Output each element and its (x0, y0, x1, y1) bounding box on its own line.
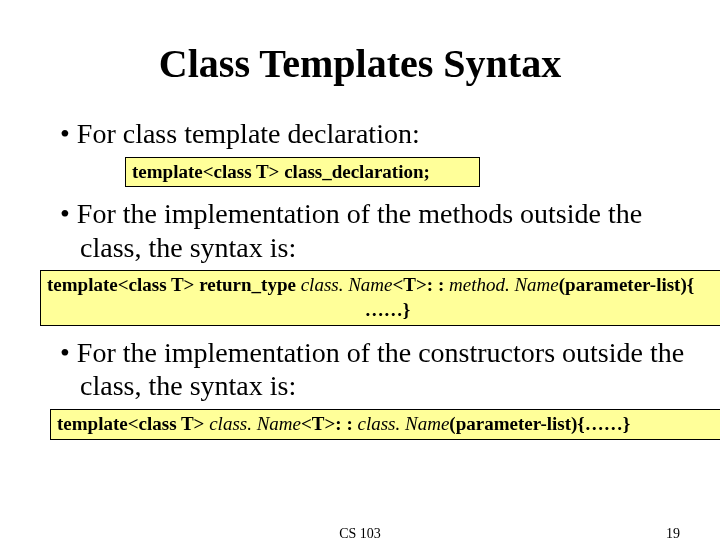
code-3-prefix: template<class T> (57, 413, 209, 434)
code-2-classname: class. Name (301, 274, 393, 295)
bullet-3: For the implementation of the constructo… (60, 336, 690, 403)
code-box-1: template<class T> class_declaration; (125, 157, 480, 188)
footer-page-number: 19 (666, 526, 680, 540)
code-2-mid1: <T>: : (393, 274, 449, 295)
code-2-prefix: template<class T> return_type (47, 274, 301, 295)
bullet-2: For the implementation of the methods ou… (60, 197, 690, 264)
slide-title: Class Templates Syntax (30, 40, 690, 87)
code-2-mid2: (parameter-list){ (559, 274, 695, 295)
code-3-mid1: <T>: : (301, 413, 357, 434)
footer-course: CS 103 (339, 526, 381, 540)
code-box-2: template<class T> return_type class. Nam… (40, 270, 720, 325)
bullet-1: For class template declaration: (60, 117, 690, 151)
code-2-line2: ……} (47, 298, 720, 323)
slide: Class Templates Syntax For class templat… (0, 0, 720, 540)
code-3-classname2: class. Name (358, 413, 450, 434)
code-1-text: template<class T> class_declaration; (132, 161, 430, 182)
code-box-3: template<class T> class. Name<T>: : clas… (50, 409, 720, 440)
code-2-method: method. Name (449, 274, 559, 295)
code-3-classname1: class. Name (209, 413, 301, 434)
code-3-mid2: (parameter-list){……} (449, 413, 630, 434)
